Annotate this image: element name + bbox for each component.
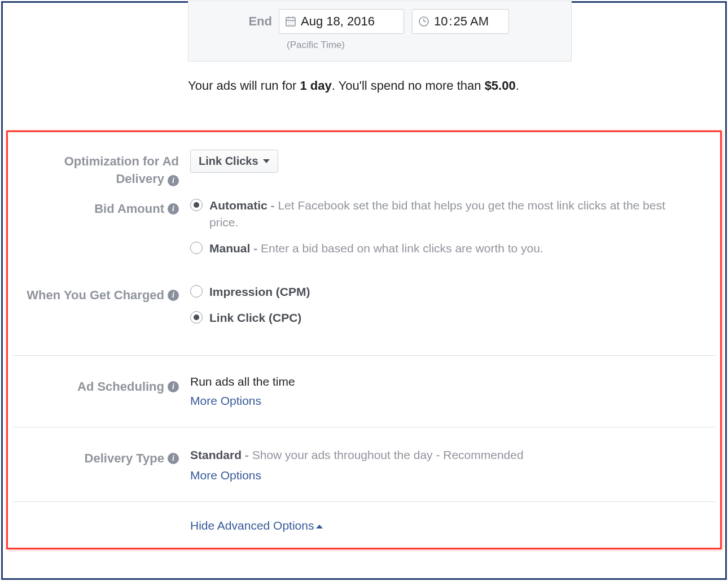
ad-scheduling-more-options-link[interactable]: More Options xyxy=(190,394,691,408)
schedule-inputs: Aug 18, 2016 10:25 AM xyxy=(279,9,509,34)
delivery-type-label: Delivery Type i xyxy=(3,447,179,468)
svg-point-5 xyxy=(290,21,291,23)
advanced-options-area: Optimization for Ad Delivery i Link Clic… xyxy=(3,145,725,532)
schedule-end-row: End Aug 18, 2016 10:25 AM xyxy=(188,1,571,38)
optimization-dropdown[interactable]: Link Clicks xyxy=(190,150,278,173)
ad-scheduling-row: Ad Scheduling i Run ads all the time Mor… xyxy=(3,370,725,412)
budget-summary: Your ads will run for 1 day. You'll spen… xyxy=(188,78,519,93)
info-icon[interactable]: i xyxy=(168,290,179,301)
bid-amount-label: Bid Amount i xyxy=(3,197,179,218)
svg-point-4 xyxy=(288,21,289,23)
charged-option-impression[interactable]: Impression (CPM) xyxy=(190,283,691,300)
bid-option-automatic[interactable]: Automatic - Let Facebook set the bid tha… xyxy=(190,197,691,231)
timezone-label: (Pacific Time) xyxy=(188,40,571,51)
bid-amount-row: Bid Amount i Automatic - Let Facebook se… xyxy=(3,193,725,271)
calendar-icon xyxy=(285,16,296,27)
ad-scheduling-label: Ad Scheduling i xyxy=(3,375,179,396)
radio-button[interactable] xyxy=(190,242,203,254)
info-icon[interactable]: i xyxy=(168,175,179,186)
svg-point-9 xyxy=(292,24,293,25)
schedule-section: End Aug 18, 2016 10:25 AM (Pacific Time) xyxy=(188,1,572,62)
divider xyxy=(13,501,715,502)
svg-point-8 xyxy=(290,24,291,25)
form-panel: End Aug 18, 2016 10:25 AM (Pacific Time)… xyxy=(1,1,727,580)
charged-option-link-click[interactable]: Link Click (CPC) xyxy=(190,309,691,326)
radio-button[interactable] xyxy=(190,285,203,298)
ad-scheduling-value: Run ads all the time xyxy=(190,375,691,388)
bid-option-manual[interactable]: Manual - Enter a bid based on what link … xyxy=(190,240,691,257)
end-time-value: 10:25 AM xyxy=(434,14,489,29)
svg-point-7 xyxy=(288,24,289,25)
delivery-more-options-link[interactable]: More Options xyxy=(190,469,691,482)
divider xyxy=(13,355,715,356)
radio-button[interactable] xyxy=(190,199,203,211)
end-time-input[interactable]: 10:25 AM xyxy=(412,9,509,34)
info-icon[interactable]: i xyxy=(168,381,179,392)
info-icon[interactable]: i xyxy=(168,453,179,464)
chevron-down-icon xyxy=(263,159,270,163)
charged-label: When You Get Charged i xyxy=(3,283,179,304)
optimization-row: Optimization for Ad Delivery i Link Clic… xyxy=(3,145,725,193)
end-date-value: Aug 18, 2016 xyxy=(301,14,375,29)
radio-button[interactable] xyxy=(190,311,203,324)
hide-advanced-options-link[interactable]: Hide Advanced Options xyxy=(190,519,323,532)
hide-advanced-row: Hide Advanced Options xyxy=(3,519,725,532)
optimization-label: Optimization for Ad Delivery i xyxy=(3,150,179,188)
delivery-type-row: Delivery Type i Standard - Show your ads… xyxy=(3,442,725,487)
info-icon[interactable]: i xyxy=(168,203,179,215)
svg-point-6 xyxy=(292,21,293,23)
end-date-input[interactable]: Aug 18, 2016 xyxy=(279,9,404,34)
clock-icon xyxy=(418,16,429,27)
charged-row: When You Get Charged i Impression (CPM) … xyxy=(3,279,725,340)
chevron-up-icon xyxy=(316,525,323,528)
end-label: End xyxy=(188,14,279,29)
divider xyxy=(13,427,715,427)
